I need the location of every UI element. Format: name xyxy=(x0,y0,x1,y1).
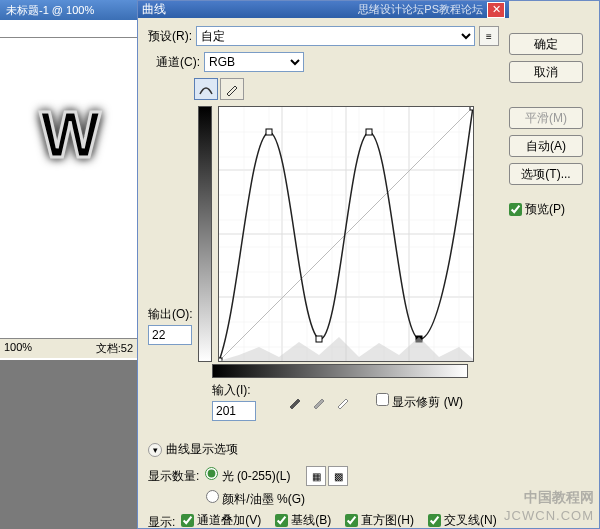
curves-dialog: 曲线 思绪设计论坛PS教程论坛 ✕ 预设(R): 自定 ≡ 通道(C): RGB xyxy=(137,0,600,529)
baseline-checkbox[interactable]: 基线(B) xyxy=(275,512,331,529)
channel-overlay-checkbox[interactable]: 通道叠加(V) xyxy=(181,512,261,529)
expand-icon[interactable]: ▾ xyxy=(148,443,162,457)
channel-label: 通道(C): xyxy=(156,54,200,71)
watermark-text: 中国教程网 xyxy=(524,489,594,507)
auto-button[interactable]: 自动(A) xyxy=(509,135,583,157)
grid-simple-icon[interactable]: ▦ xyxy=(306,466,326,486)
input-label: 输入(I): xyxy=(212,382,256,399)
output-label: 输出(O): xyxy=(148,306,193,323)
display-options-label: 曲线显示选项 xyxy=(166,441,238,458)
intersection-checkbox[interactable]: 交叉线(N) xyxy=(428,512,497,529)
preset-menu-icon[interactable]: ≡ xyxy=(479,26,499,46)
gradient-vertical xyxy=(198,106,212,362)
gray-eyedropper-icon[interactable] xyxy=(312,395,330,409)
black-eyedropper-icon[interactable] xyxy=(288,395,306,409)
canvas-text: W xyxy=(40,98,100,172)
show-clipping-checkbox[interactable]: 显示修剪 (W) xyxy=(376,393,463,411)
svg-rect-27 xyxy=(470,107,473,110)
doc-titlebar: 未标题-1 @ 100% xyxy=(0,0,137,20)
channel-select[interactable]: RGB xyxy=(204,52,304,72)
histogram-checkbox[interactable]: 直方图(H) xyxy=(345,512,414,529)
ok-button[interactable]: 确定 xyxy=(509,33,583,55)
white-eyedropper-icon[interactable] xyxy=(336,395,354,409)
show-label: 显示: xyxy=(148,514,175,529)
grid-detail-icon[interactable]: ▩ xyxy=(328,466,348,486)
close-icon[interactable]: ✕ xyxy=(487,2,505,18)
doc-title: 未标题-1 @ 100% xyxy=(6,3,94,18)
gradient-horizontal xyxy=(212,364,468,378)
cancel-button[interactable]: 取消 xyxy=(509,61,583,83)
curve-tool-icon[interactable] xyxy=(194,78,218,100)
dialog-title: 曲线 xyxy=(142,1,166,18)
preset-select[interactable]: 自定 xyxy=(196,26,475,46)
canvas[interactable]: W xyxy=(0,38,137,338)
zoom-readout: 100% xyxy=(4,341,32,356)
preview-checkbox[interactable]: 预览(P) xyxy=(509,201,591,218)
pencil-tool-icon[interactable] xyxy=(220,78,244,100)
svg-rect-25 xyxy=(366,129,372,135)
show-amount-label: 显示数量: xyxy=(148,468,199,485)
pigment-radio[interactable]: 颜料/油墨 %(G) xyxy=(206,490,305,508)
doc-statusbar: 100% 文档:52 xyxy=(0,338,137,358)
svg-rect-23 xyxy=(266,129,272,135)
curves-graph[interactable] xyxy=(218,106,474,362)
watermark-url: JCWCN.COM xyxy=(504,508,594,523)
app-background xyxy=(0,360,137,529)
svg-rect-24 xyxy=(316,336,322,342)
preset-label: 预设(R): xyxy=(148,28,192,45)
titlebar-right-label: 思绪设计论坛PS教程论坛 xyxy=(358,2,483,17)
light-radio[interactable]: 光 (0-255)(L) xyxy=(205,467,290,485)
dialog-titlebar[interactable]: 曲线 思绪设计论坛PS教程论坛 ✕ xyxy=(138,1,509,18)
smooth-button: 平滑(M) xyxy=(509,107,583,129)
output-field[interactable] xyxy=(148,325,192,345)
ruler-top xyxy=(0,20,137,38)
doc-size-readout: 文档:52 xyxy=(96,341,133,356)
input-field[interactable] xyxy=(212,401,256,421)
options-button[interactable]: 选项(T)... xyxy=(509,163,583,185)
document-window: 未标题-1 @ 100% W 100% 文档:52 xyxy=(0,0,137,360)
